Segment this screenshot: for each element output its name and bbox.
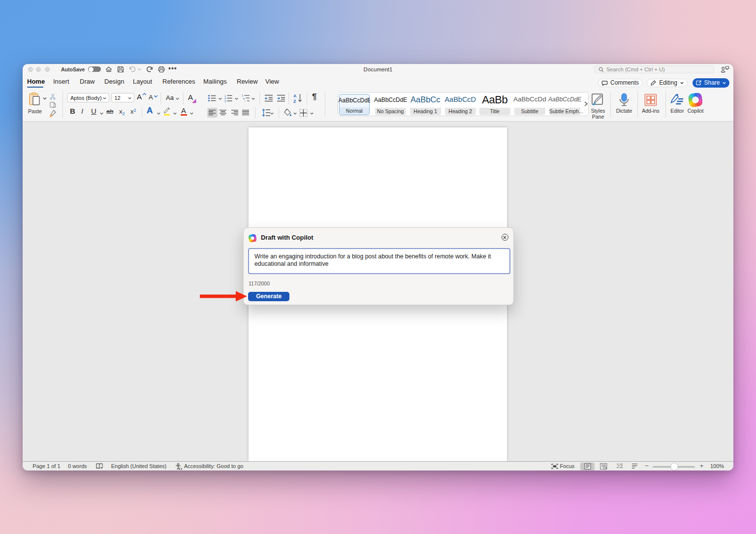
svg-text:3: 3 <box>224 100 226 103</box>
svg-text:Z: Z <box>293 99 296 104</box>
svg-text:i: i <box>245 99 245 102</box>
svg-text:A: A <box>293 94 297 98</box>
